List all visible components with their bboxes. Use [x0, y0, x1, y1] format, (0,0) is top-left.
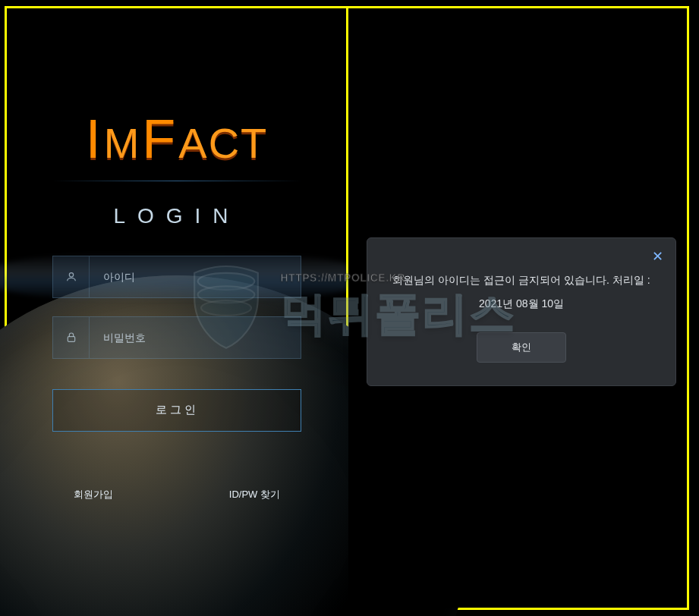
lock-icon — [53, 317, 90, 358]
user-icon — [53, 256, 90, 297]
confirm-button[interactable]: 확인 — [477, 332, 566, 363]
svg-rect-1 — [68, 336, 74, 341]
svg-point-0 — [69, 272, 73, 276]
login-button[interactable]: 로그인 — [52, 389, 301, 432]
login-pane: IMFACT LOGIN — [7, 8, 348, 608]
close-icon: ✕ — [652, 249, 663, 264]
alert-modal: ✕ 회원님의 아이디는 접근이 금지되어 있습니다. 처리일 : 2021년 0… — [367, 237, 676, 386]
id-field — [52, 256, 301, 298]
split-frame: IMFACT LOGIN — [5, 6, 689, 610]
signup-link[interactable]: 회원가입 — [74, 488, 113, 501]
password-field — [52, 316, 301, 359]
close-button[interactable]: ✕ — [647, 246, 668, 267]
id-input[interactable] — [90, 256, 301, 297]
divider — [52, 181, 301, 181]
brand-logo: IMFACT — [86, 115, 269, 164]
password-input[interactable] — [90, 317, 301, 358]
alert-message: 회원님의 아이디는 접근이 금지되어 있습니다. 처리일 : 2021년 08월… — [386, 269, 657, 316]
secondary-links: 회원가입 ID/PW 찾기 — [52, 488, 301, 501]
confirm-wrap: 확인 — [386, 332, 657, 363]
login-title: LOGIN — [113, 204, 240, 228]
find-idpw-link[interactable]: ID/PW 찾기 — [229, 488, 280, 501]
login-column: IMFACT LOGIN — [52, 115, 301, 501]
viewport: IMFACT LOGIN — [0, 0, 699, 616]
alert-pane: ✕ 회원님의 아이디는 접근이 금지되어 있습니다. 처리일 : 2021년 0… — [348, 8, 687, 608]
